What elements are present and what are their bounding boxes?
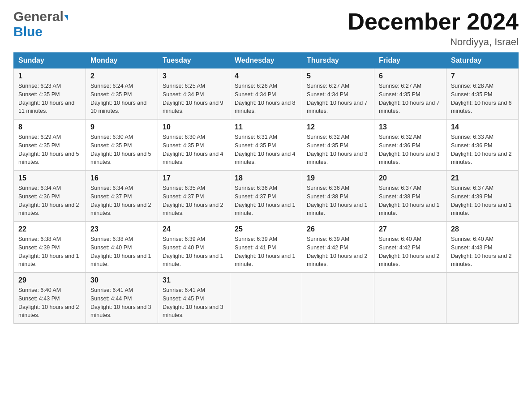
sunset-label: Sunset: 4:35 PM bbox=[379, 91, 420, 98]
day-number: 8 bbox=[18, 123, 81, 131]
day-number: 3 bbox=[163, 72, 225, 80]
day-info: Sunrise: 6:40 AM Sunset: 4:43 PM Dayligh… bbox=[18, 286, 81, 320]
day-number: 13 bbox=[379, 123, 442, 131]
day-number: 2 bbox=[90, 72, 153, 80]
day-info: Sunrise: 6:28 AM Sunset: 4:35 PM Dayligh… bbox=[451, 82, 514, 116]
daylight-label: Daylight: 10 hours and 7 minutes. bbox=[307, 100, 368, 115]
weekday-header-friday: Friday bbox=[374, 53, 446, 68]
day-info: Sunrise: 6:24 AM Sunset: 4:35 PM Dayligh… bbox=[90, 82, 153, 116]
daylight-label: Daylight: 10 hours and 4 minutes. bbox=[163, 151, 223, 166]
sunrise-label: Sunrise: 6:38 AM bbox=[90, 236, 133, 242]
daylight-label: Daylight: 10 hours and 2 minutes. bbox=[18, 304, 79, 319]
sunset-label: Sunset: 4:43 PM bbox=[451, 244, 492, 251]
daylight-label: Daylight: 10 hours and 8 minutes. bbox=[235, 100, 296, 115]
day-number: 12 bbox=[307, 123, 369, 131]
sunrise-label: Sunrise: 6:41 AM bbox=[90, 287, 133, 293]
calendar-cell: 6 Sunrise: 6:27 AM Sunset: 4:35 PM Dayli… bbox=[374, 68, 446, 120]
sunrise-label: Sunrise: 6:33 AM bbox=[451, 134, 493, 140]
day-number: 27 bbox=[379, 225, 442, 233]
calendar-week-4: 22 Sunrise: 6:38 AM Sunset: 4:39 PM Dayl… bbox=[14, 222, 519, 273]
day-number: 16 bbox=[90, 174, 153, 182]
day-number: 22 bbox=[18, 225, 81, 233]
sunset-label: Sunset: 4:43 PM bbox=[18, 295, 60, 302]
weekday-header-saturday: Saturday bbox=[446, 53, 519, 68]
sunset-label: Sunset: 4:35 PM bbox=[90, 142, 132, 149]
sunset-label: Sunset: 4:39 PM bbox=[451, 193, 492, 200]
sunrise-label: Sunrise: 6:37 AM bbox=[379, 185, 421, 191]
sunrise-label: Sunrise: 6:23 AM bbox=[18, 83, 61, 89]
calendar-cell: 31 Sunrise: 6:41 AM Sunset: 4:45 PM Dayl… bbox=[158, 273, 230, 324]
daylight-label: Daylight: 10 hours and 1 minute. bbox=[18, 253, 79, 268]
logo-arrow-icon bbox=[64, 15, 68, 21]
sunset-label: Sunset: 4:35 PM bbox=[90, 91, 132, 98]
title-block: December 2024 Nordiyya, Israel bbox=[348, 9, 519, 48]
day-number: 19 bbox=[307, 174, 369, 182]
sunrise-label: Sunrise: 6:25 AM bbox=[163, 83, 205, 89]
calendar-cell: 19 Sunrise: 6:36 AM Sunset: 4:38 PM Dayl… bbox=[302, 171, 374, 222]
day-info: Sunrise: 6:37 AM Sunset: 4:39 PM Dayligh… bbox=[451, 184, 514, 218]
sunrise-label: Sunrise: 6:27 AM bbox=[307, 83, 349, 89]
month-title: December 2024 bbox=[348, 9, 519, 34]
calendar-cell: 23 Sunrise: 6:38 AM Sunset: 4:40 PM Dayl… bbox=[86, 222, 158, 273]
sunset-label: Sunset: 4:36 PM bbox=[18, 193, 60, 200]
sunset-label: Sunset: 4:36 PM bbox=[451, 142, 492, 149]
daylight-label: Daylight: 10 hours and 10 minutes. bbox=[90, 100, 146, 115]
day-info: Sunrise: 6:27 AM Sunset: 4:35 PM Dayligh… bbox=[379, 82, 442, 116]
sunrise-label: Sunrise: 6:31 AM bbox=[235, 134, 277, 140]
sunrise-label: Sunrise: 6:36 AM bbox=[235, 185, 277, 191]
day-number: 20 bbox=[379, 174, 442, 182]
sunset-label: Sunset: 4:38 PM bbox=[307, 193, 348, 200]
day-info: Sunrise: 6:27 AM Sunset: 4:34 PM Dayligh… bbox=[307, 82, 369, 116]
sunrise-label: Sunrise: 6:41 AM bbox=[163, 287, 205, 293]
day-number: 24 bbox=[163, 225, 225, 233]
day-number: 7 bbox=[451, 72, 514, 80]
calendar-cell: 28 Sunrise: 6:40 AM Sunset: 4:43 PM Dayl… bbox=[446, 222, 519, 273]
sunrise-label: Sunrise: 6:40 AM bbox=[379, 236, 421, 242]
day-number: 23 bbox=[90, 225, 153, 233]
calendar-cell: 30 Sunrise: 6:41 AM Sunset: 4:44 PM Dayl… bbox=[86, 273, 158, 324]
calendar-cell: 26 Sunrise: 6:39 AM Sunset: 4:42 PM Dayl… bbox=[302, 222, 374, 273]
daylight-label: Daylight: 10 hours and 1 minute. bbox=[451, 202, 512, 217]
sunset-label: Sunset: 4:34 PM bbox=[163, 91, 204, 98]
day-info: Sunrise: 6:39 AM Sunset: 4:42 PM Dayligh… bbox=[307, 235, 369, 269]
sunrise-label: Sunrise: 6:29 AM bbox=[18, 134, 61, 140]
day-info: Sunrise: 6:36 AM Sunset: 4:38 PM Dayligh… bbox=[307, 184, 369, 218]
logo-blue-text: Blue bbox=[13, 24, 43, 39]
sunrise-label: Sunrise: 6:39 AM bbox=[235, 236, 277, 242]
day-info: Sunrise: 6:35 AM Sunset: 4:37 PM Dayligh… bbox=[163, 184, 225, 218]
day-info: Sunrise: 6:23 AM Sunset: 4:35 PM Dayligh… bbox=[18, 82, 81, 116]
sunset-label: Sunset: 4:39 PM bbox=[18, 244, 60, 251]
sunrise-label: Sunrise: 6:38 AM bbox=[18, 236, 61, 242]
calendar-week-2: 8 Sunrise: 6:29 AM Sunset: 4:35 PM Dayli… bbox=[14, 120, 519, 171]
day-number: 5 bbox=[307, 72, 369, 80]
day-info: Sunrise: 6:34 AM Sunset: 4:37 PM Dayligh… bbox=[90, 184, 153, 218]
day-info: Sunrise: 6:31 AM Sunset: 4:35 PM Dayligh… bbox=[235, 133, 297, 167]
day-number: 14 bbox=[451, 123, 514, 131]
day-number: 1 bbox=[18, 72, 81, 80]
calendar-cell: 22 Sunrise: 6:38 AM Sunset: 4:39 PM Dayl… bbox=[14, 222, 86, 273]
day-info: Sunrise: 6:41 AM Sunset: 4:44 PM Dayligh… bbox=[90, 286, 153, 320]
sunset-label: Sunset: 4:40 PM bbox=[163, 244, 204, 251]
day-number: 4 bbox=[235, 72, 297, 80]
page-header: General Blue December 2024 Nordiyya, Isr… bbox=[13, 9, 519, 48]
sunset-label: Sunset: 4:37 PM bbox=[163, 193, 204, 200]
daylight-label: Daylight: 10 hours and 1 minute. bbox=[379, 202, 440, 217]
sunset-label: Sunset: 4:34 PM bbox=[307, 91, 348, 98]
daylight-label: Daylight: 10 hours and 1 minute. bbox=[163, 253, 223, 268]
daylight-label: Daylight: 10 hours and 2 minutes. bbox=[451, 253, 512, 268]
calendar-cell: 25 Sunrise: 6:39 AM Sunset: 4:41 PM Dayl… bbox=[230, 222, 302, 273]
calendar-cell: 10 Sunrise: 6:30 AM Sunset: 4:35 PM Dayl… bbox=[158, 120, 230, 171]
sunrise-label: Sunrise: 6:35 AM bbox=[163, 185, 205, 191]
day-number: 30 bbox=[90, 276, 153, 284]
daylight-label: Daylight: 10 hours and 1 minute. bbox=[307, 202, 368, 217]
day-info: Sunrise: 6:25 AM Sunset: 4:34 PM Dayligh… bbox=[163, 82, 225, 116]
calendar-week-3: 15 Sunrise: 6:34 AM Sunset: 4:36 PM Dayl… bbox=[14, 171, 519, 222]
calendar-cell: 27 Sunrise: 6:40 AM Sunset: 4:42 PM Dayl… bbox=[374, 222, 446, 273]
sunset-label: Sunset: 4:37 PM bbox=[90, 193, 132, 200]
day-info: Sunrise: 6:38 AM Sunset: 4:39 PM Dayligh… bbox=[18, 235, 81, 269]
day-number: 25 bbox=[235, 225, 297, 233]
sunset-label: Sunset: 4:40 PM bbox=[90, 244, 132, 251]
day-number: 9 bbox=[90, 123, 153, 131]
calendar-cell: 5 Sunrise: 6:27 AM Sunset: 4:34 PM Dayli… bbox=[302, 68, 374, 120]
calendar-week-1: 1 Sunrise: 6:23 AM Sunset: 4:35 PM Dayli… bbox=[14, 68, 519, 120]
